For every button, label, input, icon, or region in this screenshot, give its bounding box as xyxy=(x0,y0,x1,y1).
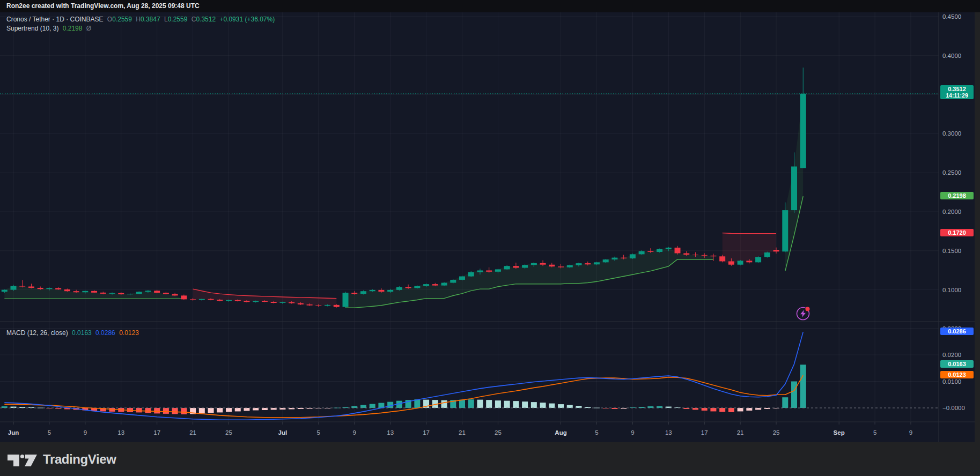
macd-histogram-bar xyxy=(800,365,806,408)
time-axis-tick: 13 xyxy=(387,429,394,436)
supertrend-legend[interactable]: Supertrend (10, 3) 0.2198 Ø xyxy=(6,25,93,32)
time-axis-tick: 25 xyxy=(773,429,780,436)
macd-histogram-bar xyxy=(468,399,474,408)
candle-body xyxy=(118,293,124,294)
candle-body xyxy=(154,291,160,293)
supertrend-fill-up xyxy=(345,248,713,308)
time-axis-tick: 21 xyxy=(737,429,744,436)
price-axis-tick: 0.4000 xyxy=(942,53,961,59)
candle-body xyxy=(253,301,259,302)
macd-histogram-bar xyxy=(136,408,142,412)
price-axis-tick: 0.2000 xyxy=(942,209,961,215)
candle-body xyxy=(738,261,743,264)
candle-body xyxy=(423,284,429,286)
macd-histogram-bar xyxy=(702,408,708,411)
macd-histogram-bar xyxy=(145,408,151,413)
candle-body xyxy=(279,302,285,303)
time-axis-tick: Jul xyxy=(278,429,288,436)
candle-body xyxy=(666,248,672,249)
candle-body xyxy=(432,284,438,285)
symbol-title[interactable]: Cronos / Tether · 1D · COINBASE xyxy=(6,16,104,23)
time-axis-tick: 25 xyxy=(225,429,232,436)
macd-histogram-bar xyxy=(576,406,581,408)
ohlc-open-value: 0.2559 xyxy=(112,16,132,23)
countdown-timer: 14:11:29 xyxy=(940,92,974,99)
candle-body xyxy=(298,303,304,304)
candle-body xyxy=(773,250,779,251)
candle-body xyxy=(262,301,268,302)
candle-body xyxy=(576,263,581,265)
ohlc-open-label: O xyxy=(107,16,112,23)
supertrend-stop-label: 0.1720 xyxy=(940,229,974,236)
macd-histogram-bar xyxy=(719,408,725,412)
candle-body xyxy=(289,302,294,303)
macd-histogram-bar xyxy=(370,404,375,408)
time-axis-tick: 21 xyxy=(189,429,196,436)
candle-body xyxy=(782,210,788,251)
candle-body xyxy=(38,288,43,289)
candle-body xyxy=(271,302,277,303)
candle-body xyxy=(2,290,8,292)
candle-body xyxy=(468,272,474,277)
macd-histogram-bar xyxy=(504,401,510,408)
macd-histogram-bar xyxy=(755,408,761,410)
candle-body xyxy=(100,293,106,294)
macd-histogram-bar xyxy=(746,408,752,411)
macd-histogram-bar xyxy=(217,408,223,412)
time-axis-tick: 25 xyxy=(495,429,502,436)
macd-histogram-bar xyxy=(154,408,160,413)
candle-body xyxy=(702,255,708,256)
macd-histogram-bar xyxy=(513,401,519,408)
time-axis-tick: 17 xyxy=(153,429,160,436)
macd-axis-tick: 0.0200 xyxy=(942,352,961,358)
time-axis-tick: Sep xyxy=(834,429,845,436)
macd-histogram-bar xyxy=(540,403,546,408)
candle-body xyxy=(692,255,698,255)
snapshot-caption: Ron2ee created with TradingView.com, Aug… xyxy=(6,2,200,10)
symbol-legend[interactable]: Cronos / Tether · 1D · COINBASE O0.2559 … xyxy=(6,16,277,23)
candle-body xyxy=(683,253,689,255)
candle-body xyxy=(459,277,465,280)
flash-bubble-icon[interactable] xyxy=(797,307,810,320)
macd-histogram-bar xyxy=(522,401,528,408)
candle-body xyxy=(378,290,384,292)
ohlc-high-value: 0.3847 xyxy=(141,16,160,23)
candle-body xyxy=(396,287,402,290)
candle-body xyxy=(82,291,88,292)
candle-body xyxy=(710,256,716,256)
macd-histogram-bar xyxy=(199,408,205,413)
candle-body xyxy=(351,293,357,294)
candle-body xyxy=(549,265,555,266)
macd-name[interactable]: MACD (12, 26, close) xyxy=(6,329,68,337)
candle-body xyxy=(163,293,169,294)
candle-body xyxy=(522,265,528,267)
candle-body xyxy=(647,251,653,252)
candle-body xyxy=(11,286,17,290)
candle-body xyxy=(360,291,366,294)
time-axis-tick: 13 xyxy=(117,429,124,436)
macd-histogram-bar xyxy=(351,406,357,408)
candle-body xyxy=(244,301,249,302)
macd-histogram-bar xyxy=(791,382,797,408)
candle-body xyxy=(217,300,223,301)
candle-body xyxy=(28,286,34,287)
macd-value-label: 0.0286 xyxy=(940,328,974,335)
supertrend-name[interactable]: Supertrend (10, 3) xyxy=(6,25,58,32)
time-axis-tick: 5 xyxy=(595,429,598,436)
macd-histogram-bar xyxy=(738,408,743,411)
ohlc-close-value: 0.3512 xyxy=(196,16,216,23)
supertrend-options-icon[interactable]: Ø xyxy=(86,25,91,32)
candle-body xyxy=(307,304,313,306)
supertrend-price-label: 0.2198 xyxy=(940,192,974,199)
price-axis-tick: 0.3000 xyxy=(942,130,961,137)
macd-histogram-bar xyxy=(486,400,492,408)
candle-body xyxy=(343,293,349,307)
macd-legend[interactable]: MACD (12, 26, close) 0.0163 0.0286 0.012… xyxy=(6,329,141,337)
chart-canvas[interactable]: 0.45000.40000.35000.30000.25000.20000.15… xyxy=(0,0,980,476)
candle-body xyxy=(91,291,97,293)
hist-value-label: 0.0163 xyxy=(940,360,974,368)
time-axis-tick: 5 xyxy=(317,429,320,436)
candle-body xyxy=(109,293,115,294)
macd-signal-value: 0.0123 xyxy=(119,329,139,337)
candle-body xyxy=(235,300,241,301)
